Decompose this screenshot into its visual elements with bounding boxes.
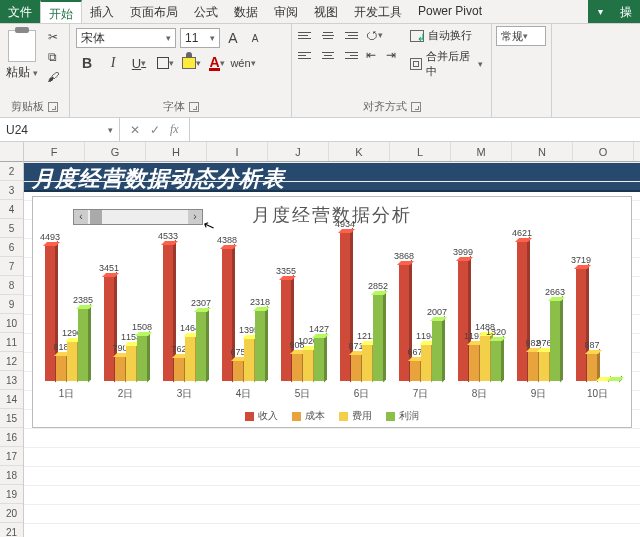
row-header[interactable]: 2 [0,162,23,181]
align-bottom-button[interactable] [340,26,360,44]
row-header[interactable]: 19 [0,485,23,504]
bar-value-label: 4493 [40,232,60,242]
font-color-button[interactable]: A [206,52,228,74]
row-header[interactable]: 12 [0,352,23,371]
chart-bar: 3355 [281,280,291,381]
row-header[interactable]: 17 [0,447,23,466]
bar-value-label: 4621 [512,228,532,238]
row-header[interactable]: 5 [0,219,23,238]
column-header[interactable]: L [390,142,451,161]
font-dialog-launcher[interactable] [189,102,199,112]
chart-cluster: 4388675139523184日 [216,231,271,401]
x-axis-label: 2日 [118,387,134,401]
font-size-select[interactable]: 11 [180,28,220,48]
grid-area[interactable]: FGHIJKLMNO 月度经营数据动态分析表 ‹ › ↖ 月度经营数据分析 44… [24,142,640,537]
align-middle-button[interactable] [318,26,338,44]
row-header[interactable]: 4 [0,200,23,219]
row-header[interactable]: 7 [0,257,23,276]
tab-数据[interactable]: 数据 [226,0,266,23]
increase-font-button[interactable]: A [224,29,242,47]
x-axis-label: 8日 [472,387,488,401]
formula-input[interactable] [189,118,640,141]
italic-button[interactable]: I [102,52,124,74]
decrease-font-button[interactable]: A [246,29,264,47]
row-header[interactable]: 13 [0,371,23,390]
align-top-button[interactable] [296,26,316,44]
merge-center-button[interactable]: 合并后居中 [406,47,487,81]
clipboard-dialog-launcher[interactable] [48,102,58,112]
fill-color-button[interactable] [180,52,202,74]
align-right-button[interactable] [340,46,360,64]
align-left-button[interactable] [296,46,316,64]
bar-value-label: 2663 [545,287,565,297]
scrollbar-thumb[interactable] [90,210,102,224]
tab-页面布局[interactable]: 页面布局 [122,0,186,23]
row-header[interactable]: 11 [0,333,23,352]
column-header[interactable]: J [268,142,329,161]
paste-button[interactable]: 粘贴 [6,28,38,86]
scrollbar-right-arrow[interactable]: › [188,210,202,224]
format-painter-button[interactable]: 🖌 [44,68,62,86]
column-header[interactable]: I [207,142,268,161]
tab-file[interactable]: 文件 [0,0,40,23]
column-header[interactable]: M [451,142,512,161]
ribbon-collapse-button[interactable]: ▾ [588,0,612,23]
row-header[interactable]: 8 [0,276,23,295]
column-header[interactable]: O [573,142,634,161]
insert-function-button[interactable]: fx [170,122,179,137]
decrease-indent-button[interactable]: ⇤ [362,46,380,64]
bold-button[interactable]: B [76,52,98,74]
cancel-formula-button[interactable]: ✕ [130,123,140,137]
tab-插入[interactable]: 插入 [82,0,122,23]
alignment-dialog-launcher[interactable] [411,102,421,112]
chart-bar: 1020 [303,350,313,381]
row-header[interactable]: 3 [0,181,23,200]
tab-视图[interactable]: 视图 [306,0,346,23]
row-header[interactable]: 10 [0,314,23,333]
chart-bar: 4621 [517,242,527,381]
number-format-select[interactable]: 常规 [496,26,546,46]
tab-公式[interactable]: 公式 [186,0,226,23]
tab-Power Pivot[interactable]: Power Pivot [410,0,490,23]
tab-extra[interactable]: 操 [612,0,640,23]
chart-bar: 2852 [373,295,383,381]
bar-value-label: 4388 [217,235,237,245]
tab-开发工具[interactable]: 开发工具 [346,0,410,23]
orientation-button[interactable]: ⭯ [362,26,386,44]
underline-button[interactable]: U [128,52,150,74]
column-header[interactable]: K [329,142,390,161]
confirm-formula-button[interactable]: ✓ [150,123,160,137]
row-header[interactable]: 14 [0,390,23,409]
row-header[interactable]: 15 [0,409,23,428]
row-header[interactable]: 21 [0,523,23,537]
scrollbar-left-arrow[interactable]: ‹ [74,210,88,224]
align-center-button[interactable] [318,46,338,64]
row-header[interactable]: 20 [0,504,23,523]
tab-开始[interactable]: 开始 [40,0,82,23]
copy-button[interactable]: ⧉ [44,48,62,66]
row-header[interactable]: 16 [0,428,23,447]
tab-审阅[interactable]: 审阅 [266,0,306,23]
cut-button[interactable]: ✂ [44,28,62,46]
x-axis-label: 4日 [236,387,252,401]
select-all-button[interactable] [0,142,23,162]
chart-bar: 3999 [458,261,468,381]
row-header[interactable]: 9 [0,295,23,314]
font-name-select[interactable]: 宋体 [76,28,176,48]
chart-bar: 3451 [104,277,114,381]
chart-object[interactable]: ‹ › ↖ 月度经营数据分析 4493818129023851日34517901… [32,196,632,428]
ribbon-tabs: 文件 开始插入页面布局公式数据审阅视图开发工具Power Pivot ▾ 操 [0,0,640,24]
phonetic-button[interactable]: wén [232,52,254,74]
row-header[interactable]: 18 [0,466,23,485]
increase-indent-button[interactable]: ⇥ [382,46,400,64]
column-header[interactable]: H [146,142,207,161]
column-header[interactable]: N [512,142,573,161]
column-header[interactable]: G [85,142,146,161]
column-header[interactable]: F [24,142,85,161]
border-button[interactable] [154,52,176,74]
wrap-text-button[interactable]: 自动换行 [406,26,487,45]
row-header[interactable]: 6 [0,238,23,257]
chart-bar: 2307 [196,312,206,381]
chart-scrollbar-control[interactable]: ‹ › [73,209,203,225]
name-box[interactable]: U24 [0,118,120,141]
